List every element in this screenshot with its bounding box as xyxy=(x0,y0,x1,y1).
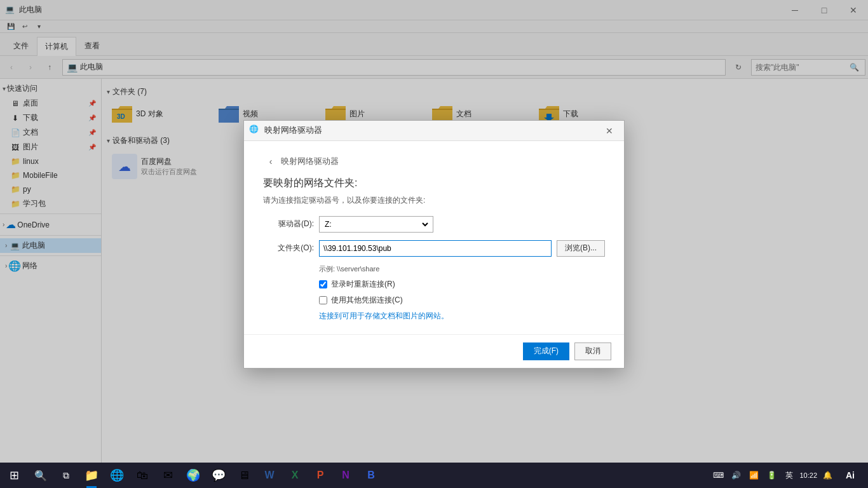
dialog-browse-button[interactable]: 浏览(B)... xyxy=(557,240,605,257)
dialog-title-text: 映射网络驱动器 xyxy=(264,125,322,136)
store-taskbar-icon: 🛍 xyxy=(137,469,148,482)
drive-select-input[interactable]: Z: Y: X: W: xyxy=(322,219,430,229)
taskbar-app-edge[interactable]: 🌐 xyxy=(104,463,130,488)
mail-taskbar-icon: ✉ xyxy=(163,468,173,482)
language-indicator[interactable]: 英 xyxy=(782,468,797,483)
dialog-reconnect-label[interactable]: 登录时重新连接(R) xyxy=(331,279,395,290)
notification-icon: 🔔 xyxy=(823,471,832,480)
taskview-icon: ⧉ xyxy=(63,470,69,481)
network-tray-icon[interactable]: 📶 xyxy=(746,468,761,483)
dialog-folder-label: 文件夹(O): xyxy=(263,243,314,254)
taskbar-app-excel[interactable]: X xyxy=(282,463,308,488)
taskbar-app-ppt[interactable]: P xyxy=(308,463,333,488)
dialog-example-text: 示例: \\server\share xyxy=(319,264,605,274)
edge-taskbar-icon: 🌐 xyxy=(110,468,124,482)
dialog-folder-input[interactable] xyxy=(319,240,552,257)
dialog-altcred-label[interactable]: 使用其他凭据连接(C) xyxy=(331,295,403,306)
taskbar-app-explorer[interactable]: 📁 xyxy=(79,463,104,488)
chrome-taskbar-icon: 🌍 xyxy=(186,468,200,482)
dialog-cancel-button[interactable]: 取消 xyxy=(574,342,611,360)
dialog-footer: 完成(F) 取消 xyxy=(244,334,624,368)
taskbar-tray: ⌨ 🔊 📶 🔋 英 10:22 🔔 Ai xyxy=(705,463,868,488)
dialog-reconnect-row: 登录时重新连接(R) xyxy=(319,279,605,290)
dialog-finish-button[interactable]: 完成(F) xyxy=(523,342,569,360)
dialog-altcred-checkbox[interactable] xyxy=(319,296,327,304)
taskbar-app-wechat[interactable]: 💬 xyxy=(206,463,231,488)
search-taskbar-icon: 🔍 xyxy=(34,470,47,482)
dialog-nav: ‹ 映射网络驱动器 xyxy=(263,154,605,169)
taskbar-time[interactable]: 10:22 xyxy=(799,471,817,480)
dialog-folder-row: 文件夹(O): 浏览(B)... xyxy=(263,240,605,257)
time-display: 10:22 xyxy=(799,471,817,480)
dialog-map-drive-icon: 🌐 xyxy=(249,125,261,136)
ai-label: Ai xyxy=(846,470,855,480)
dialog-back-button[interactable]: ‹ xyxy=(263,154,278,169)
control-taskbar-icon: 🖥 xyxy=(238,469,250,482)
map-network-drive-dialog: 🌐 映射网络驱动器 ✕ ‹ 映射网络驱动器 要映射的网络文件夹: 请为连接指定驱… xyxy=(243,120,625,369)
ai-button[interactable]: Ai xyxy=(837,463,863,488)
excel-taskbar-icon: X xyxy=(292,470,299,481)
dialog-drive-row: 驱动器(D): Z: Y: X: W: xyxy=(263,216,605,233)
dialog-storage-link[interactable]: 连接到可用于存储文档和图片的网站。 xyxy=(319,311,449,320)
battery-icon: 🔋 xyxy=(767,471,776,480)
notification-button[interactable]: 🔔 xyxy=(820,468,835,483)
taskbar-app-chrome[interactable]: 🌍 xyxy=(180,463,206,488)
dialog-overlay: 🌐 映射网络驱动器 ✕ ‹ 映射网络驱动器 要映射的网络文件夹: 请为连接指定驱… xyxy=(0,0,868,488)
volume-icon: 🔊 xyxy=(731,471,741,480)
taskbar-app-onenote[interactable]: N xyxy=(333,463,358,488)
keyboard-tray-icon[interactable]: ⌨ xyxy=(710,468,726,483)
volume-tray-icon[interactable]: 🔊 xyxy=(728,468,743,483)
taskbar: ⊞ 🔍 ⧉ 📁 🌐 🛍 ✉ 🌍 💬 🖥 W X P N B xyxy=(0,463,868,488)
dialog-altcred-row: 使用其他凭据连接(C) xyxy=(319,295,605,306)
taskbar-app-store[interactable]: 🛍 xyxy=(130,463,155,488)
dialog-drive-label: 驱动器(D): xyxy=(263,219,314,229)
wechat-taskbar-icon: 💬 xyxy=(212,468,226,482)
battery-tray-icon[interactable]: 🔋 xyxy=(764,468,779,483)
dialog-nav-title: 映射网络驱动器 xyxy=(281,156,339,167)
start-icon: ⊞ xyxy=(10,468,19,482)
word-taskbar-icon: W xyxy=(264,470,274,481)
dialog-close-button[interactable]: ✕ xyxy=(595,121,624,141)
explorer-taskbar-icon: 📁 xyxy=(85,468,98,482)
wifi-icon: 📶 xyxy=(749,471,759,480)
onenote-taskbar-icon: N xyxy=(342,470,349,481)
dialog-drive-select[interactable]: Z: Y: X: W: xyxy=(319,216,433,233)
dialog-title-bar: 🌐 映射网络驱动器 ✕ xyxy=(244,121,624,141)
taskbar-taskview-button[interactable]: ⧉ xyxy=(53,463,79,488)
ppt-taskbar-icon: P xyxy=(317,470,324,481)
dialog-desc: 请为连接指定驱动器号，以及你要连接的文件夹: xyxy=(263,195,605,206)
dialog-reconnect-checkbox[interactable] xyxy=(319,280,327,288)
taskbar-app-control[interactable]: 🖥 xyxy=(231,463,257,488)
start-button[interactable]: ⊞ xyxy=(0,463,28,488)
dialog-folder-input-row: 浏览(B)... xyxy=(319,240,605,257)
taskbar-app-word[interactable]: W xyxy=(257,463,282,488)
baidu-taskbar-icon: B xyxy=(367,470,375,481)
taskbar-app-baidu[interactable]: B xyxy=(358,463,384,488)
taskbar-search-button[interactable]: 🔍 xyxy=(28,463,53,488)
keyboard-icon: ⌨ xyxy=(713,471,724,480)
taskbar-app-mail[interactable]: ✉ xyxy=(155,463,180,488)
dialog-body: ‹ 映射网络驱动器 要映射的网络文件夹: 请为连接指定驱动器号，以及你要连接的文… xyxy=(244,141,624,334)
language-text: 英 xyxy=(785,470,793,481)
dialog-heading: 要映射的网络文件夹: xyxy=(263,177,605,190)
